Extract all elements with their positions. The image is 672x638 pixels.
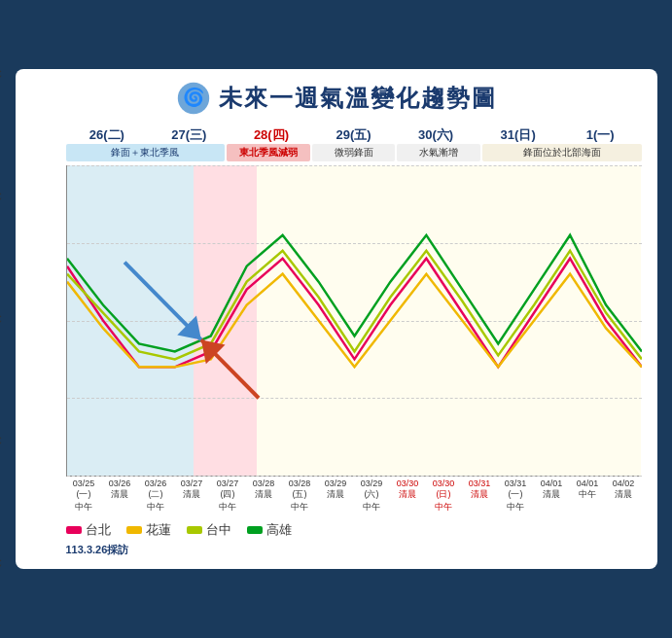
x-date: 03/27 bbox=[210, 478, 246, 488]
hualien-label: 花蓮 bbox=[146, 521, 171, 539]
y-label-3: 25°C bbox=[0, 314, 6, 325]
svg-text:🌀: 🌀 bbox=[183, 87, 205, 108]
day-col-3: 28(四) bbox=[230, 125, 313, 144]
x-subtime: 中午 bbox=[282, 501, 318, 514]
day-label-7: 1(一) bbox=[586, 127, 615, 142]
legend-taichung: 台中 bbox=[187, 521, 231, 539]
day-col-1: 26(二) bbox=[66, 125, 149, 144]
x-label-0331-dawn: 03/31 清晨 bbox=[462, 478, 498, 514]
x-label-0402-dawn: 04/02 清晨 bbox=[606, 478, 642, 514]
x-date: 03/29 bbox=[354, 478, 390, 488]
x-label-0327-dawn: 03/27 清晨 bbox=[174, 478, 210, 514]
x-subtime: 清晨 bbox=[606, 488, 642, 501]
taichung-label: 台中 bbox=[206, 521, 231, 539]
y-label-2: 30°C bbox=[0, 192, 6, 202]
source-citation: 113.3.26採訪 bbox=[66, 543, 642, 557]
kaohsiung-color-swatch bbox=[247, 526, 263, 534]
x-subtime: 中午 bbox=[354, 501, 390, 514]
legend-kaohsiung: 高雄 bbox=[247, 521, 292, 539]
x-label-0326-dawn: 03/26 清晨 bbox=[102, 478, 138, 514]
x-date: 03/28 bbox=[282, 478, 318, 488]
red-arrow bbox=[200, 339, 258, 398]
page-title: 未來一週氣溫變化趨勢圖 bbox=[219, 83, 497, 114]
x-subtime: 清晨 bbox=[534, 488, 570, 501]
x-time: (一) bbox=[66, 488, 102, 501]
y-label-4: 20°C bbox=[0, 436, 6, 446]
x-label-0327-noon: 03/27 (四) 中午 bbox=[210, 478, 246, 514]
taipei-color-swatch bbox=[66, 526, 82, 534]
blue-arrow bbox=[124, 263, 201, 340]
day-label-5: 30(六) bbox=[418, 127, 453, 142]
taipei-label: 台北 bbox=[86, 521, 111, 539]
x-date: 03/26 bbox=[138, 478, 174, 488]
x-label-0401-noon: 04/01 中午 bbox=[570, 478, 606, 514]
weather-tag-1: 鋒面＋東北季風 bbox=[66, 144, 225, 161]
x-subtime: 中午 bbox=[66, 501, 102, 514]
x-subtime: 清晨 bbox=[174, 488, 210, 501]
x-label-0330-dawn: 03/30 清晨 bbox=[390, 478, 426, 514]
day-label-4: 29(五) bbox=[336, 127, 371, 142]
legend-row: 台北 花蓮 台中 高雄 bbox=[66, 521, 642, 539]
x-label-0330-noon: 03/30 (日) 中午 bbox=[426, 478, 462, 514]
y-label-1: 35°C bbox=[0, 69, 6, 80]
x-date: 03/31 bbox=[462, 478, 498, 488]
x-subtime: 中午 bbox=[570, 488, 606, 501]
x-label-0401-dawn: 04/01 清晨 bbox=[534, 478, 570, 514]
x-label-0328-dawn: 03/28 清晨 bbox=[246, 478, 282, 514]
grid-line-5 bbox=[67, 476, 642, 477]
x-date: 03/31 bbox=[498, 478, 534, 488]
x-date: 03/30 bbox=[426, 478, 462, 488]
x-date: 03/29 bbox=[318, 478, 354, 488]
x-date: 03/28 bbox=[246, 478, 282, 488]
chart-title: 🌀 未來一週氣溫變化趨勢圖 bbox=[31, 81, 642, 116]
x-subtime: 中午 bbox=[210, 501, 246, 514]
x-label-0331-noon: 03/31 (一) 中午 bbox=[498, 478, 534, 514]
x-subtime: 清晨 bbox=[318, 488, 354, 501]
x-label-0329-dawn: 03/29 清晨 bbox=[318, 478, 354, 514]
x-label-0328-noon: 03/28 (五) 中午 bbox=[282, 478, 318, 514]
weather-tag-4: 水氣漸增 bbox=[397, 144, 480, 161]
x-subtime: 清晨 bbox=[102, 488, 138, 501]
x-time: (二) bbox=[138, 488, 174, 501]
x-time: (六) bbox=[354, 488, 390, 501]
x-date: 04/02 bbox=[606, 478, 642, 488]
day-col-4: 29(五) bbox=[312, 125, 395, 144]
x-axis-labels: 03/25 (一) 中午 03/26 清晨 03/26 (二) 中午 03/27… bbox=[66, 478, 642, 514]
x-subtime: 中午 bbox=[426, 501, 462, 514]
day-label-2: 27(三) bbox=[171, 127, 206, 142]
x-date: 04/01 bbox=[534, 478, 570, 488]
weather-tag-2: 東北季風減弱 bbox=[227, 144, 310, 161]
day-label-3: 28(四) bbox=[254, 127, 289, 142]
x-date: 04/01 bbox=[570, 478, 606, 488]
day-col-6: 31(日) bbox=[477, 125, 559, 144]
x-date: 03/30 bbox=[390, 478, 426, 488]
day-label-6: 31(日) bbox=[501, 127, 536, 142]
x-date: 03/27 bbox=[174, 478, 210, 488]
legend-hualien: 花蓮 bbox=[126, 521, 171, 539]
temperature-chart bbox=[67, 165, 642, 476]
x-label-0329-noon: 03/29 (六) 中午 bbox=[354, 478, 390, 514]
x-subtime: 清晨 bbox=[390, 488, 426, 501]
x-time: (日) bbox=[426, 488, 462, 501]
chart-container: 🌀 未來一週氣溫變化趨勢圖 26(二) 27(三) 28(四) 29(五) 30… bbox=[16, 69, 657, 569]
weather-tag-5: 鋒面位於北部海面 bbox=[482, 144, 641, 161]
legend-taipei: 台北 bbox=[66, 521, 111, 539]
day-label-1: 26(二) bbox=[89, 127, 124, 142]
weather-tag-3: 微弱鋒面 bbox=[312, 144, 396, 161]
taichung-line bbox=[67, 251, 642, 360]
y-axis: 35°C 30°C 25°C 20°C 15°C bbox=[0, 69, 6, 569]
x-label-0325-noon: 03/25 (一) 中午 bbox=[66, 478, 102, 514]
weather-icon: 🌀 bbox=[176, 81, 211, 116]
day-col-5: 30(六) bbox=[395, 125, 477, 144]
day-headers: 26(二) 27(三) 28(四) 29(五) 30(六) 31(日) 1(一) bbox=[66, 125, 642, 144]
kaohsiung-label: 高雄 bbox=[266, 521, 292, 539]
x-time: (五) bbox=[282, 488, 318, 501]
x-subtime: 中午 bbox=[498, 501, 534, 514]
x-label-0326-noon: 03/26 (二) 中午 bbox=[138, 478, 174, 514]
day-col-7: 1(一) bbox=[559, 125, 642, 144]
y-label-5: 15°C bbox=[0, 558, 6, 569]
x-time: (一) bbox=[498, 488, 534, 501]
taichung-color-swatch bbox=[187, 526, 202, 534]
x-subtime: 清晨 bbox=[246, 488, 282, 501]
weather-tag-row: 鋒面＋東北季風 東北季風減弱 微弱鋒面 水氣漸增 鋒面位於北部海面 bbox=[66, 144, 642, 161]
